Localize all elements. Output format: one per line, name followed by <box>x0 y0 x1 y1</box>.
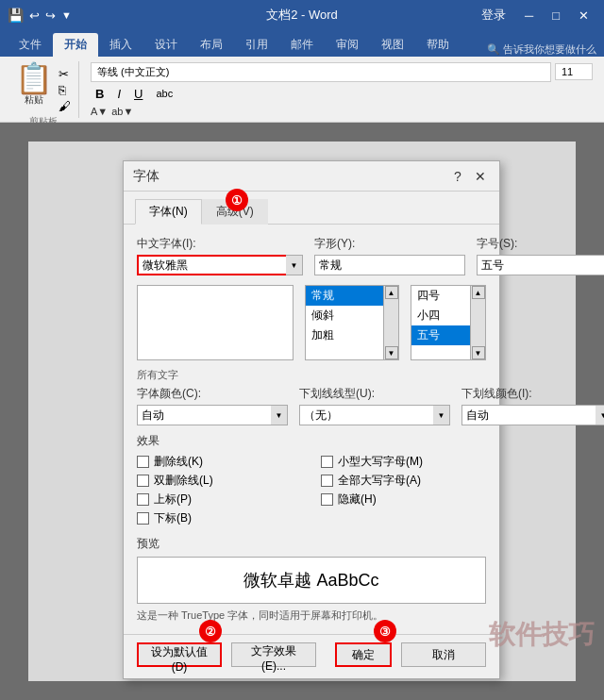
size-scrollbar[interactable]: ▲ ▼ <box>471 285 486 360</box>
size-option-xiaosi[interactable]: 小四 <box>411 306 470 325</box>
tab-view[interactable]: 视图 <box>370 33 415 57</box>
color-row: 字体颜色(C): ▼ 下划线线型(U): ▼ <box>137 386 486 425</box>
hidden-label: 隐藏(H) <box>338 492 377 508</box>
size-scroll-up[interactable]: ▲ <box>472 286 485 299</box>
size-input[interactable] <box>477 255 604 275</box>
minimize-button[interactable]: ─ <box>517 7 541 25</box>
font-color-button[interactable]: A▼ <box>91 106 108 117</box>
italic-button[interactable]: I <box>112 85 126 103</box>
dialog-titlebar: 字体 ? ✕ <box>124 161 499 192</box>
undo-icon[interactable]: ↩ <box>29 8 40 23</box>
ok-button[interactable]: 确定 <box>335 642 392 667</box>
effect-all-caps: 全部大写字母(A) <box>321 473 486 489</box>
font-group: 等线 (中文正文) 11 B I U abc A▼ ab▼ <box>87 60 596 119</box>
style-label: 字形(Y): <box>314 236 465 252</box>
underline-color-label: 下划线颜色(I): <box>461 386 604 402</box>
subscript-checkbox[interactable] <box>137 512 149 525</box>
ribbon-tabs: 文件 开始 插入 设计 布局 引用 邮件 审阅 视图 帮助 🔍 告诉我你想要做什… <box>0 30 604 57</box>
underline-color-input[interactable] <box>461 405 604 425</box>
paste-icon[interactable]: 📋 <box>15 63 53 93</box>
strikethrough-button[interactable]: abc <box>151 86 177 101</box>
title-bar: 💾 ↩ ↪ ▼ 文档2 - Word 登录 ─ □ ✕ <box>0 0 604 30</box>
format-painter-icon[interactable]: 🖌 <box>59 99 71 113</box>
tab-review[interactable]: 审阅 <box>325 33 370 57</box>
underline-type-input[interactable] <box>299 405 450 425</box>
cut-icon[interactable]: ✂ <box>59 67 71 81</box>
font-color-input[interactable] <box>137 405 288 425</box>
tab-insert[interactable]: 插入 <box>98 33 143 57</box>
superscript-label: 上标(P) <box>154 492 192 508</box>
size-option-4[interactable]: 四号 <box>411 286 470 306</box>
superscript-checkbox[interactable] <box>137 493 149 506</box>
preview-note: 这是一种 TrueType 字体，同时适用于屏幕和打印机。 <box>137 608 486 623</box>
dialog-close-button[interactable]: ✕ <box>471 167 490 186</box>
save-icon[interactable]: 💾 <box>8 8 24 23</box>
chinese-font-input[interactable] <box>137 255 303 275</box>
strikethrough-checkbox[interactable] <box>137 456 149 468</box>
tab-layout[interactable]: 布局 <box>189 33 234 57</box>
style-option-bold[interactable]: 加粗 <box>306 325 383 345</box>
double-strikethrough-checkbox[interactable] <box>137 475 149 487</box>
font-size-selector[interactable]: 11 <box>555 63 593 80</box>
style-scroll-down[interactable]: ▼ <box>385 346 398 359</box>
redo-icon[interactable]: ↪ <box>45 8 56 23</box>
login-button[interactable]: 登录 <box>474 5 513 25</box>
maximize-button[interactable]: □ <box>545 7 567 25</box>
size-col: 字号(S): <box>477 236 604 275</box>
tab-file[interactable]: 文件 <box>8 33 53 57</box>
tab-font[interactable]: 字体(N) <box>135 199 202 225</box>
underline-type-col: 下划线线型(U): ▼ <box>299 386 450 425</box>
title-bar-controls: 登录 ─ □ ✕ <box>474 5 596 25</box>
tab-design[interactable]: 设计 <box>143 33 189 57</box>
dialog-footer: ② ③ 设为默认值(D) 文字效果(E)... 确定 取消 <box>124 634 499 678</box>
dialog-content: 中文字体(I): ▼ 字形(Y): 字号(S): <box>124 225 499 634</box>
doc-title: 文档2 - Word <box>266 7 338 24</box>
hidden-checkbox[interactable] <box>321 493 333 506</box>
dialog-help-button[interactable]: ? <box>448 167 467 186</box>
style-scrollbar[interactable]: ▲ ▼ <box>384 285 399 360</box>
effect-small-caps: 小型大写字母(M) <box>321 454 486 470</box>
effect-hidden: 隐藏(H) <box>321 492 486 508</box>
underline-button[interactable]: U <box>129 85 147 103</box>
paste-label: 粘贴 <box>25 93 43 107</box>
size-scroll-down[interactable]: ▼ <box>472 346 485 359</box>
style-input[interactable] <box>314 255 465 275</box>
effect-subscript: 下标(B) <box>137 510 302 526</box>
bold-button[interactable]: B <box>91 85 109 103</box>
tab-mailings[interactable]: 邮件 <box>279 33 325 57</box>
chinese-font-list[interactable] <box>137 285 294 360</box>
all-caps-checkbox[interactable] <box>321 475 333 487</box>
tab-home[interactable]: 开始 <box>53 33 98 57</box>
badge-2: ② <box>199 620 222 642</box>
underline-type-wrapper: ▼ <box>299 405 450 425</box>
clipboard-group: 📋 粘贴 ✂ ⎘ 🖌 剪贴板 <box>8 61 79 118</box>
ribbon-body: 📋 粘贴 ✂ ⎘ 🖌 剪贴板 等线 (中文正文) 11 B I U abc A▼… <box>0 57 604 123</box>
customize-icon[interactable]: ▼ <box>61 9 72 21</box>
close-window-button[interactable]: ✕ <box>571 7 596 25</box>
tab-references[interactable]: 引用 <box>234 33 279 57</box>
size-list[interactable]: 四号 小四 五号 <box>411 285 471 360</box>
preview-box: 微软卓越 AaBbCc <box>137 557 486 604</box>
dialog-title-buttons: ? ✕ <box>448 167 490 186</box>
style-option-italic[interactable]: 倾斜 <box>306 306 383 325</box>
style-list[interactable]: 常规 倾斜 加粗 <box>305 285 384 360</box>
font-name-selector[interactable]: 等线 (中文正文) <box>91 62 551 82</box>
style-scroll-up[interactable]: ▲ <box>385 286 398 299</box>
copy-icon[interactable]: ⎘ <box>59 83 71 97</box>
text-effects-button[interactable]: 文字效果(E)... <box>231 642 316 667</box>
size-option-5[interactable]: 五号 <box>411 325 470 345</box>
size-wrapper <box>477 255 604 275</box>
size-label: 字号(S): <box>477 236 604 252</box>
chinese-font-col: 中文字体(I): ▼ <box>137 236 303 275</box>
set-default-button[interactable]: 设为默认值(D) <box>137 642 222 667</box>
effect-strikethrough: 删除线(K) <box>137 454 302 470</box>
tab-help[interactable]: 帮助 <box>415 33 461 57</box>
cancel-button[interactable]: 取消 <box>401 642 486 667</box>
document-area: 字体 ? ✕ 字体(N) 高级(V) ① 中文字体(I): <box>0 123 604 700</box>
highlight-button[interactable]: ab▼ <box>111 106 133 117</box>
small-caps-checkbox[interactable] <box>321 456 333 468</box>
preview-text: 微软卓越 AaBbCc <box>243 569 378 592</box>
style-option-regular[interactable]: 常规 <box>306 286 383 306</box>
strikethrough-label: 删除线(K) <box>154 454 203 470</box>
dialog-title: 字体 <box>133 168 159 185</box>
